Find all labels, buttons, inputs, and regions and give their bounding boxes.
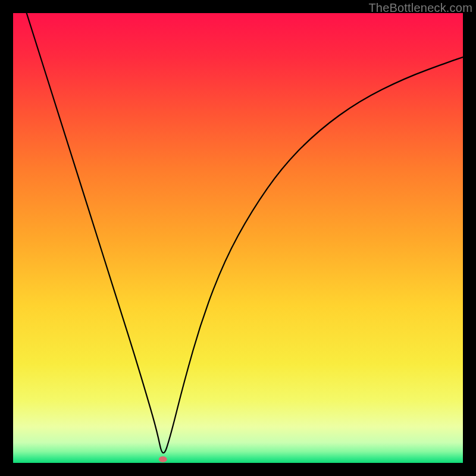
chart-frame: [13, 13, 463, 463]
watermark-text: TheBottleneck.com: [368, 1, 472, 15]
optimum-marker: [159, 456, 167, 462]
bottleneck-plot: [13, 13, 463, 463]
gradient-background: [13, 13, 463, 463]
